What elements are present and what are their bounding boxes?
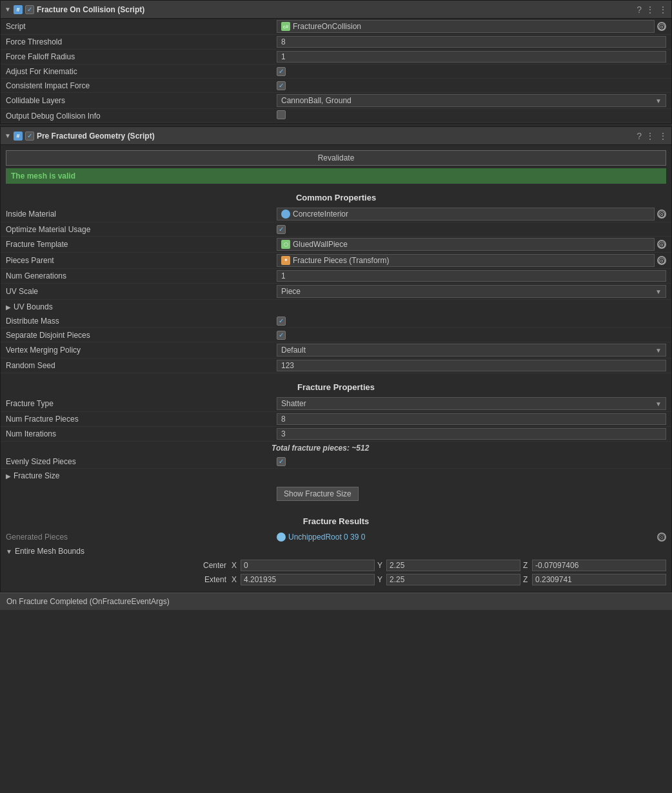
optimize-material-row: Optimize Material Usage [1,222,671,237]
collapse-arrow-2[interactable]: ▼ [5,132,11,139]
output-debug-label: Output Debug Collision Info [6,112,277,121]
num-iterations-input[interactable] [277,428,666,440]
help-icon-2[interactable]: ? [637,131,642,141]
num-generations-input[interactable] [277,270,666,282]
collidable-layers-dropdown[interactable]: CannonBall, Ground ▼ [277,94,666,107]
extent-x-input[interactable] [241,574,375,585]
uv-bounds-row: ▶ UV Bounds [1,300,671,314]
extent-z-axis: Z [523,575,529,584]
separate-disjoint-checkbox[interactable] [277,331,286,340]
extent-y-axis: Y [377,575,384,584]
consistent-impact-checkbox[interactable] [277,81,286,90]
extent-y-input[interactable] [386,574,520,585]
collidable-layers-value: CannonBall, Ground ▼ [277,94,666,107]
vertex-merging-value: Default ▼ [277,344,666,357]
force-threshold-row: Force Threshold [1,35,671,50]
optimize-material-value [277,224,666,234]
center-xyz-fields: X Y Z [232,560,666,571]
uv-scale-label: UV Scale [6,287,277,296]
revalidate-section: Revalidate The mesh is valid [1,145,671,189]
force-threshold-value [277,36,666,48]
revalidate-button[interactable]: Revalidate [6,150,666,166]
spacer-1 [1,373,671,378]
menu-icon-2[interactable]: ⋮ [658,131,667,141]
num-iterations-value [277,428,666,440]
uv-scale-value: Piece ▼ [277,285,666,298]
distribute-mass-value [277,316,666,326]
optimize-material-checkbox[interactable] [277,225,286,234]
distribute-mass-checkbox[interactable] [277,317,286,326]
num-generations-row: Num Generations [1,269,671,284]
center-z-input[interactable] [532,560,666,571]
separate-disjoint-label: Separate Disjoint Pieces [6,331,277,340]
script-ref-field[interactable]: c# FractureOnCollision [277,20,655,33]
center-xyz-row: Center X Y Z [1,558,671,573]
num-fracture-pieces-label: Num Fracture Pieces [6,415,277,424]
show-fracture-section: Show Fracture Size [1,483,671,507]
fracture-type-text: Shatter [281,399,306,408]
extent-y-group: Y [377,574,520,585]
inside-material-target[interactable]: ◎ [657,210,666,219]
optimize-material-label: Optimize Material Usage [6,225,277,234]
evenly-sized-label: Evenly Sized Pieces [6,457,277,466]
num-generations-label: Num Generations [6,271,277,280]
center-row-label: Center [6,561,232,570]
force-falloff-row: Force Falloff Radius [1,50,671,64]
vertex-merging-row: Vertex Merging Policy Default ▼ [1,342,671,358]
uv-scale-row: UV Scale Piece ▼ [1,284,671,300]
panel2-title: Pre Fractured Geometry (Script) [37,132,637,141]
output-debug-row: Output Debug Collision Info [1,109,671,123]
force-falloff-value [277,51,666,63]
inside-material-ref[interactable]: ConcreteInterior [277,208,655,220]
panel1-enable-checkbox[interactable] [25,5,34,14]
script-icon-1: # [14,5,23,14]
fracture-size-triangle[interactable]: ▶ [6,473,11,480]
menu-icon-1[interactable]: ⋮ [658,5,667,15]
uv-scale-dropdown[interactable]: Piece ▼ [277,285,666,298]
vertex-merging-arrow: ▼ [655,347,662,354]
num-fracture-pieces-value [277,413,666,425]
num-iterations-label: Num Iterations [6,429,277,438]
pieces-parent-label: Pieces Parent [6,256,277,265]
panel2-enable-checkbox[interactable] [25,132,34,141]
total-fracture-row: Total fracture pieces: ~512 [1,442,671,455]
inside-material-row: Inside Material ConcreteInterior ◎ [1,206,671,222]
extent-x-group: X [232,574,375,585]
evenly-sized-row: Evenly Sized Pieces [1,455,671,469]
entire-mesh-collapse[interactable]: ▼ [6,548,12,555]
extent-row-label: Extent [6,575,232,584]
settings-icon-2[interactable]: ⋮ [646,131,655,141]
force-falloff-input[interactable] [277,51,666,63]
pieces-parent-target[interactable]: ◎ [657,256,666,265]
generated-pieces-icon [277,533,286,542]
separate-disjoint-row: Separate Disjoint Pieces [1,328,671,342]
generated-pieces-target[interactable]: ◎ [657,533,666,542]
center-x-input[interactable] [241,560,375,571]
num-fracture-pieces-input[interactable] [277,413,666,425]
help-icon-1[interactable]: ? [637,5,642,15]
force-threshold-input[interactable] [277,36,666,48]
collapse-arrow-1[interactable]: ▼ [5,6,11,13]
collidable-layers-row: Collidable Layers CannonBall, Ground ▼ [1,93,671,109]
fracture-template-ref[interactable]: ⬡ GluedWallPiece [277,238,655,251]
evenly-sized-checkbox[interactable] [277,457,286,466]
fracture-type-label: Fracture Type [6,399,277,408]
random-seed-input[interactable] [277,360,666,371]
pieces-parent-ref[interactable]: ✦ Fracture Pieces (Transform) [277,254,655,267]
fracture-type-dropdown[interactable]: Shatter ▼ [277,397,666,410]
generated-pieces-label: Generated Pieces [6,533,277,542]
fracture-template-target[interactable]: ◎ [657,240,666,249]
num-fracture-pieces-row: Num Fracture Pieces [1,412,671,427]
output-debug-checkbox[interactable] [277,110,286,119]
vertex-merging-dropdown[interactable]: Default ▼ [277,344,666,357]
extent-z-input[interactable] [532,574,666,585]
panel1-header-icons: ? ⋮ ⋮ [637,5,667,15]
uv-bounds-triangle[interactable]: ▶ [6,304,11,311]
force-threshold-label: Force Threshold [6,37,277,46]
script-target-icon[interactable]: ◎ [657,22,666,31]
show-fracture-button[interactable]: Show Fracture Size [277,487,359,501]
settings-icon-1[interactable]: ⋮ [646,5,655,15]
adjust-kinematic-checkbox[interactable] [277,67,286,76]
collidable-layers-label: Collidable Layers [6,96,277,105]
center-y-input[interactable] [386,560,520,571]
